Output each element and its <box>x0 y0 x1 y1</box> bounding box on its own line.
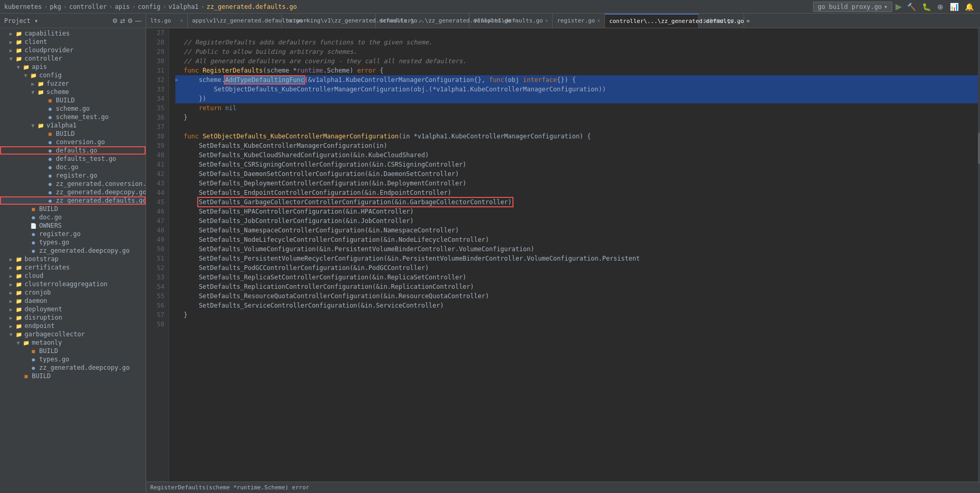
sidebar-item-label: apis <box>32 63 47 71</box>
sidebar-item-build-top[interactable]: ■ BUILD <box>0 205 146 213</box>
sidebar-item-conversion-go[interactable]: ● conversion.go <box>0 138 146 146</box>
sidebar-settings-icon[interactable]: ⚙ <box>112 17 118 25</box>
sidebar-item-cloudprovider[interactable]: ▶ 📁 cloudprovider <box>0 46 146 54</box>
breadcrumb-config[interactable]: config <box>138 3 160 10</box>
sidebar-item-build-meta[interactable]: ■ BUILD <box>0 347 146 355</box>
sidebar-item-zz-deepcopy-meta[interactable]: ● zz_generated.deepcopy.go <box>0 363 146 372</box>
run-button[interactable]: ▶ <box>894 1 903 13</box>
sidebar-item-doc-go2[interactable]: ● doc.go <box>0 213 146 221</box>
tabs-overflow[interactable]: » <box>744 14 752 28</box>
tab-controller-zz[interactable]: controller\...\zz_generated.defaults.go … <box>605 14 699 28</box>
scroll-bar[interactable] <box>978 28 980 482</box>
breadcrumb-v1alpha1[interactable]: v1alpha1 <box>169 3 199 10</box>
folder-icon: 📁 <box>15 55 23 62</box>
folder-icon: 📁 <box>37 88 45 96</box>
sidebar-item-types-meta[interactable]: ● types.go <box>0 355 146 363</box>
sidebar-item-cronjob[interactable]: ▶ 📁 cronjob <box>0 288 146 297</box>
scroll-thumb[interactable] <box>978 133 980 164</box>
folder-icon: 📁 <box>15 30 23 37</box>
sidebar-item-owners[interactable]: 📄 OWNERS <box>0 221 146 230</box>
sidebar-item-zz-deepcopy-go[interactable]: ● zz_generated.deepcopy.go <box>0 188 146 196</box>
sidebar-item-defaults-test-go[interactable]: ● defaults_test.go <box>0 155 146 163</box>
sidebar-item-clusterroleaggregation[interactable]: ▶ 📁 clusterroleaggregation <box>0 280 146 288</box>
tab-register[interactable]: register.go × <box>553 14 605 28</box>
code-line-53: SetDefaults_ReplicaSetControllerConfigur… <box>175 273 978 282</box>
sidebar-item-daemon[interactable]: ▶ 📁 daemon <box>0 297 146 305</box>
coverage-icon[interactable]: ⊕ <box>935 2 946 12</box>
tab-networking-zz[interactable]: networking\v1\zz_generated.defaults.go × <box>282 14 376 28</box>
folder-icon: 📁 <box>15 280 23 288</box>
sidebar-item-build-gc[interactable]: ■ BUILD <box>0 372 146 380</box>
sidebar-item-scheme-go[interactable]: ● scheme.go <box>0 104 146 113</box>
sidebar-item-zz-defaults-go[interactable]: ● zz_generated.defaults.go <box>0 196 146 205</box>
code-line-32: ▶ scheme.AddTypeDefaultingFunc(&v1alpha1… <box>175 75 978 85</box>
sidebar-item-disruption[interactable]: ▶ 📁 disruption <box>0 313 146 322</box>
folder-icon: 📁 <box>15 297 23 304</box>
tab-scheme[interactable]: scheme.go × <box>699 14 744 28</box>
sidebar-item-defaults-go[interactable]: ● defaults.go <box>0 146 146 155</box>
notification-icon[interactable]: 🔔 <box>963 2 976 12</box>
sidebar-item-apis[interactable]: ▼ 📁 apis <box>0 63 146 71</box>
sidebar-minus-icon[interactable]: — <box>135 17 141 25</box>
go-file-icon: ● <box>46 138 54 146</box>
profile-icon[interactable]: 📊 <box>948 2 961 12</box>
build-icon[interactable]: 🔨 <box>905 2 918 12</box>
code-line-51: SetDefaults_PersistentVolumeRecyclerConf… <box>175 254 978 263</box>
expand-arrow-icon: ▼ <box>15 340 22 346</box>
sidebar-item-certificates[interactable]: ▶ 📁 certificates <box>0 263 146 272</box>
sidebar-item-label: BUILD <box>39 347 58 355</box>
debug-icon[interactable]: 🐛 <box>920 2 933 12</box>
sidebar-item-garbagecollector[interactable]: ▼ 📁 garbagecollector <box>0 330 146 338</box>
tab-label: register.go <box>557 17 595 24</box>
breadcrumb-file[interactable]: zz_generated.defaults.go <box>207 3 297 10</box>
sidebar-item-label: deployment <box>25 306 62 313</box>
expand-arrow-icon: ▶ <box>7 256 15 262</box>
status-bar: RegisterDefaults(scheme *runtime.Scheme)… <box>146 482 980 493</box>
sidebar-item-zz-deepcopy-go2[interactable]: ● zz_generated.deepcopy.go <box>0 246 146 255</box>
sidebar-item-config[interactable]: ▼ 📁 config <box>0 71 146 79</box>
sidebar-item-doc-go[interactable]: ● doc.go <box>0 163 146 171</box>
breadcrumb-pkg[interactable]: pkg <box>50 3 61 10</box>
folder-icon: 📁 <box>15 331 23 338</box>
code-line-52: SetDefaults_PodGCControllerConfiguration… <box>175 263 978 273</box>
folder-icon: 📁 <box>37 122 45 129</box>
sidebar-item-types-go[interactable]: ● types.go <box>0 238 146 246</box>
sidebar-item-client[interactable]: ▶ 📁 client <box>0 38 146 46</box>
tab-scheduler-zz[interactable]: scheduler\...\zz_generated.defaults.go × <box>376 14 470 28</box>
sidebar-sync-icon[interactable]: ⇄ <box>120 17 125 25</box>
sidebar-item-cloud[interactable]: ▶ 📁 cloud <box>0 272 146 280</box>
sidebar-item-register-go[interactable]: ● register.go <box>0 171 146 180</box>
sidebar-item-endpoint[interactable]: ▶ 📁 endpoint <box>0 322 146 330</box>
run-config-dropdown[interactable]: go build proxy.go ▾ <box>813 2 892 12</box>
sidebar-item-bootstrap[interactable]: ▶ 📁 bootstrap <box>0 255 146 263</box>
sidebar-gear-icon[interactable]: ⚙ <box>127 17 133 25</box>
sidebar-item-label: doc.go <box>56 163 78 171</box>
sidebar-item-build-scheme[interactable]: ■ BUILD <box>0 96 146 104</box>
close-tab-icon[interactable]: × <box>545 18 548 24</box>
breadcrumb-controller[interactable]: controller <box>69 3 106 10</box>
sidebar-item-zz-conversion-go[interactable]: ● zz_generated.conversion.go <box>0 180 146 188</box>
sidebar-item-v1alpha1[interactable]: ▼ 📁 v1alpha1 <box>0 121 146 130</box>
close-tab-icon[interactable]: × <box>597 18 600 24</box>
code-line-55: SetDefaults_ResourceQuotaControllerConfi… <box>175 291 978 301</box>
sidebar-item-label: config <box>39 72 62 79</box>
expand-arrow-icon: ▼ <box>29 123 37 128</box>
sidebar-item-label: daemon <box>25 297 47 304</box>
tab-lts[interactable]: lts.go × <box>146 14 188 28</box>
sidebar-item-deployment[interactable]: ▶ 📁 deployment <box>0 305 146 313</box>
close-tab-icon[interactable]: × <box>736 18 739 24</box>
sidebar-item-register-go2[interactable]: ● register.go <box>0 230 146 238</box>
sidebar-item-fuzzer[interactable]: ▶ 📁 fuzzer <box>0 79 146 88</box>
breadcrumb-kubernetes[interactable]: kubernetes <box>4 3 42 10</box>
breadcrumb-apis[interactable]: apis <box>115 3 130 10</box>
sidebar-item-scheme-test-go[interactable]: ● scheme_test.go <box>0 113 146 121</box>
close-tab-icon[interactable]: × <box>180 18 183 24</box>
sidebar-item-controller[interactable]: ▼ 📁 controller <box>0 54 146 63</box>
sidebar-item-capabilities[interactable]: ▶ 📁 capabilities <box>0 29 146 38</box>
sidebar-item-metaonly[interactable]: ▼ 📁 metaonly <box>0 338 146 347</box>
sidebar-item-scheme[interactable]: ▼ 📁 scheme <box>0 88 146 96</box>
tab-apps-zz[interactable]: apps\v1\zz_generated.defaults.go × <box>188 14 282 28</box>
tab-v1alpha1-defaults[interactable]: v1alpha1\defaults.go × <box>470 14 553 28</box>
sidebar-item-label: conversion.go <box>56 138 105 146</box>
sidebar-item-build-v1alpha1[interactable]: ■ BUILD <box>0 130 146 138</box>
